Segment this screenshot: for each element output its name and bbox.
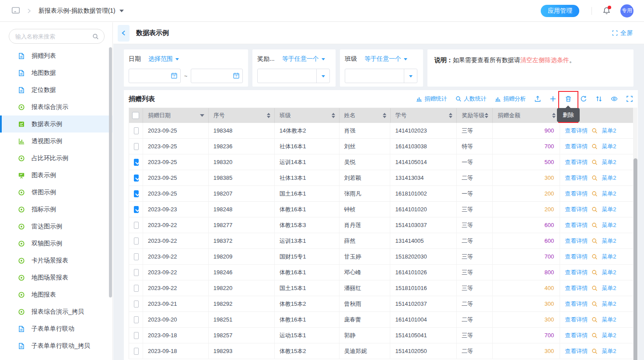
app-manage-button[interactable]: 应用管理 [541,5,579,17]
view-detail-link[interactable]: 查看详情 [565,284,588,292]
magnifier-icon[interactable] [592,285,598,291]
menu2-link[interactable]: 菜单2 [602,206,616,213]
sidebar-scrollbar[interactable] [109,47,112,297]
sidebar-item[interactable]: 地图数据 [0,64,112,81]
magnifier-icon[interactable] [592,317,598,323]
fullscreen-icon-button[interactable] [626,95,633,102]
view-detail-link[interactable]: 查看详情 [565,174,588,182]
menu2-link[interactable]: 菜单2 [602,253,616,261]
column-header[interactable]: 捐赠金额 [493,108,560,123]
row-checkbox[interactable] [134,301,139,308]
sidebar-item[interactable]: 雷达图示例 [0,218,112,235]
magnifier-icon[interactable] [592,206,598,213]
row-checkbox[interactable] [134,127,139,134]
toolbar-link[interactable]: 捐赠统计 [416,95,447,103]
menu2-link[interactable]: 菜单2 [602,332,616,339]
class-select[interactable] [345,69,417,83]
magnifier-icon[interactable] [592,332,598,339]
magnifier-icon[interactable] [592,191,598,197]
reward-select[interactable] [257,69,330,83]
sort-icon[interactable] [383,111,386,120]
row-checkbox[interactable] [134,238,139,245]
column-header[interactable]: 奖励等级 [457,108,493,123]
toolbar-link[interactable]: 人数统计 [455,95,486,103]
view-detail-link[interactable]: 查看详情 [565,206,588,213]
sidebar-item[interactable]: 指标示例 [0,201,112,218]
sidebar-item[interactable]: 报表综合演示_拷贝 [0,303,112,320]
row-checkbox[interactable] [134,206,139,213]
menu2-link[interactable]: 菜单2 [602,158,616,166]
row-checkbox[interactable] [134,316,139,323]
export-icon-button[interactable] [534,95,541,102]
magnifier-icon[interactable] [592,348,598,354]
sidebar-item[interactable]: 图表示例 [0,167,112,184]
sidebar-item[interactable]: 子表单单行联动 [0,320,112,337]
chevron-down-icon[interactable] [119,10,124,14]
toolbar-link[interactable]: 捐赠分析 [495,95,526,103]
plus-icon-button[interactable] [550,95,556,102]
magnifier-icon[interactable] [592,238,598,244]
sidebar-item[interactable]: 定位数据 [0,81,112,98]
row-checkbox[interactable] [134,143,139,150]
view-detail-link[interactable]: 查看详情 [565,237,588,245]
row-checkbox[interactable] [134,190,139,197]
column-header[interactable]: 学号 [391,108,457,123]
fullscreen-button[interactable]: 全屏 [612,29,633,37]
date-operator-dropdown[interactable]: 选择范围 [148,55,179,63]
reward-operator-dropdown[interactable]: 等于任意一个 [282,55,325,63]
magnifier-icon[interactable] [592,159,598,165]
sidebar-item[interactable]: 双轴图示例 [0,235,112,252]
magnifier-icon[interactable] [592,254,598,260]
magnifier-icon[interactable] [592,269,598,276]
view-detail-link[interactable]: 查看详情 [565,332,588,339]
menu2-link[interactable]: 菜单2 [602,316,616,324]
sidebar-item[interactable]: 占比环比示例 [0,150,112,167]
view-detail-link[interactable]: 查看详情 [565,347,588,355]
sort-icon-button[interactable] [595,95,602,102]
clear-filters-link[interactable]: 清空左侧筛选条件 [520,56,569,63]
menu2-link[interactable]: 菜单2 [602,143,616,150]
menu2-link[interactable]: 菜单2 [602,127,616,135]
menu2-link[interactable]: 菜单2 [602,300,616,308]
row-checkbox[interactable] [134,175,139,182]
calendar-icon[interactable]: 7 [171,72,178,81]
sidebar-search[interactable] [9,29,105,44]
row-checkbox[interactable] [134,253,139,260]
view-detail-link[interactable]: 查看详情 [565,143,588,150]
view-detail-link[interactable]: 查看详情 [565,269,588,276]
column-header[interactable]: 序号 [209,108,275,123]
row-checkbox[interactable] [134,285,139,292]
magnifier-icon[interactable] [592,301,598,307]
column-header[interactable]: 捐赠日期 [143,108,209,123]
sort-icon[interactable] [449,111,452,120]
row-checkbox[interactable] [134,159,139,166]
search-input[interactable] [15,33,92,40]
menu2-link[interactable]: 菜单2 [602,269,616,276]
view-detail-link[interactable]: 查看详情 [565,253,588,261]
sidebar-item[interactable]: 卡片场景报表 [0,252,112,269]
sort-icon[interactable] [552,111,556,120]
table-scrollbar-thumb[interactable] [634,158,637,360]
select-all-checkbox[interactable] [132,112,139,119]
notification-bell-icon[interactable] [602,7,611,15]
view-detail-link[interactable]: 查看详情 [565,127,588,135]
menu2-link[interactable]: 菜单2 [602,237,616,245]
sidebar-item[interactable]: 报表综合演示 [0,98,112,115]
filter-caret-icon[interactable] [200,114,204,119]
window-icon[interactable] [11,7,20,14]
back-button[interactable] [118,25,130,42]
chevron-down-icon[interactable] [316,69,329,83]
sort-icon[interactable] [485,111,488,120]
magnifier-icon[interactable] [592,222,598,228]
refresh-icon-button[interactable] [580,95,587,102]
view-detail-link[interactable]: 查看详情 [565,190,588,198]
sidebar-item[interactable]: 子表单单行联动_拷贝 [0,337,112,354]
sort-icon[interactable] [267,111,270,120]
menu2-link[interactable]: 菜单2 [602,221,616,229]
magnifier-icon[interactable] [592,175,598,181]
view-detail-link[interactable]: 查看详情 [565,221,588,229]
sidebar-item[interactable]: 捐赠列表 [0,47,112,64]
avatar[interactable]: 专用 [620,4,634,17]
column-header[interactable]: 班级 [275,108,340,123]
sidebar-item[interactable]: 地图报表 [0,286,112,303]
